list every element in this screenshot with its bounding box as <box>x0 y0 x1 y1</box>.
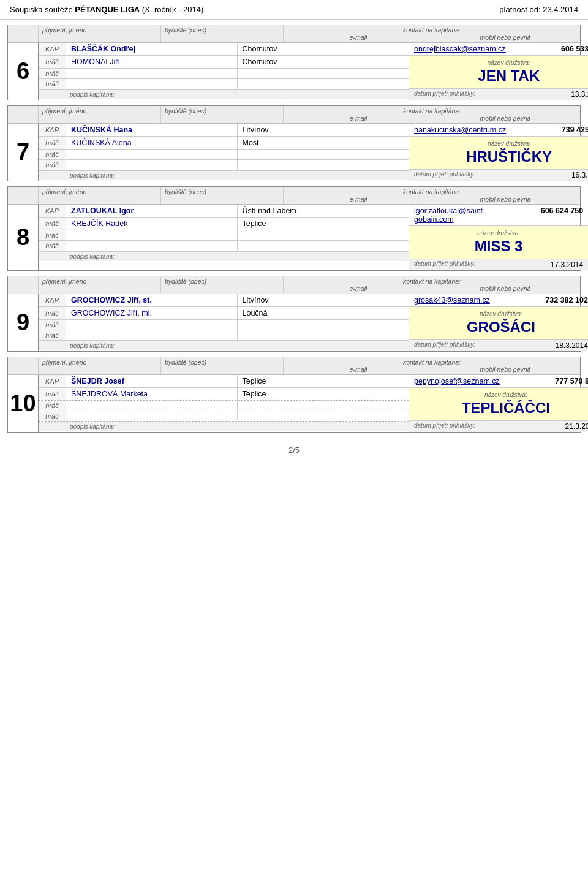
date-value-7: 16.3.2014 <box>509 171 588 180</box>
player-city-10-2 <box>238 411 409 421</box>
right-sig-row-10: datum přijetí přihlášky:21.3.2014 <box>409 420 588 432</box>
player-city-10-1 <box>238 401 409 411</box>
date-value-6: 13.3.2014 <box>509 90 588 99</box>
team-data-area-8: 8KAPZATLOUKAL IgorÚstí nad LabemhráčKREJ… <box>8 205 580 270</box>
right-sig-row-6: datum přijetí přihlášky:13.3.2014 <box>409 88 588 100</box>
validity-date: platnost od: 23.4.2014 <box>499 5 578 14</box>
player-name-8-2 <box>66 241 238 251</box>
team-info-col-6: ondrejblascak@seznam.cz606 533 826název … <box>409 43 580 100</box>
kap-name-6: BLAŠČÁK Ondřej <box>66 43 238 55</box>
col-header-city: bydliště (obec) <box>161 25 284 42</box>
player-city-6-2 <box>238 79 409 89</box>
sig-label-6: podpis kapitána: <box>66 90 409 99</box>
page-title: Soupiska soutěže PÉTANQUE LIGA (X. roční… <box>10 5 203 14</box>
player-row-10-1: hráč <box>39 401 409 411</box>
col-header-kontakt: kontakt na kapitána: e-mail mobil nebo p… <box>284 357 580 374</box>
player-role-6-1: hráč <box>39 69 66 78</box>
team-name-value-8: MISS 3 <box>475 238 523 255</box>
kap-city-9: Litvínov <box>238 294 409 306</box>
kap-phone-8: 606 624 750 <box>485 206 583 224</box>
col-header-kontakt: kontakt na kapitána: e-mail mobil nebo p… <box>284 25 580 42</box>
team-header-row-8: příjmení, jméno bydliště (obec) kontakt … <box>8 187 580 205</box>
col-header-city: bydliště (obec) <box>161 276 284 294</box>
col-header-city: bydliště (obec) <box>161 106 284 123</box>
kap-name-7: KUČINSKÁ Hana <box>66 124 238 136</box>
team-header-row-6: příjmení, jméno bydliště (obec) kontakt … <box>8 25 580 43</box>
kap-email-6: ondrejblascak@seznam.cz <box>414 45 506 53</box>
team-name-value-6: JEN TAK <box>478 67 540 85</box>
team-name-value-10: TEPLIČÁČCI <box>462 400 550 417</box>
player-city-10-0: Teplice <box>238 388 409 400</box>
team-right-area-7: KAPKUČINSKÁ HanaLitvínovhráčKUČINSKÁ Ale… <box>39 124 580 181</box>
col-header-city: bydliště (obec) <box>161 187 284 204</box>
team-header-row-9: příjmení, jméno bydliště (obec) kontakt … <box>8 276 580 294</box>
team-name-area-6: název družstva:JEN TAK <box>409 56 588 88</box>
sig-label-10: podpis kapitána: <box>66 422 409 431</box>
sig-row-10: podpis kapitána: <box>39 422 409 431</box>
kap-name-10: ŠNEJDR Josef <box>66 375 238 387</box>
team-block-6: příjmení, jméno bydliště (obec) kontakt … <box>7 25 581 100</box>
team-name-label-8: název družstva: <box>477 230 520 237</box>
team-name-area-7: název družstva:HRUŠTIČKY <box>409 137 588 169</box>
player-name-10-1 <box>66 401 238 411</box>
player-row-8-0: hráčKREJČÍK RadekTeplice <box>39 218 409 230</box>
sig-row-8: podpis kapitána: <box>39 251 409 261</box>
team-members-10: KAPŠNEJDR JosefTeplicehráčŠNEJDROVÁ Mark… <box>39 375 409 432</box>
sig-label-9: podpis kapitána: <box>66 341 409 350</box>
player-row-10-0: hráčŠNEJDROVÁ MarketaTeplice <box>39 388 409 401</box>
player-role-6-2: hráč <box>39 79 66 89</box>
team-right-area-10: KAPŠNEJDR JosefTeplicehráčŠNEJDROVÁ Mark… <box>39 375 580 432</box>
team-right-area-9: KAPGROCHOWICZ Jiří, st.LitvínovhráčGROCH… <box>39 294 580 351</box>
team-members-6: KAPBLAŠČÁK OndřejChomutovhráčHOMONAI Jiř… <box>39 43 409 100</box>
team-number-10: 10 <box>8 375 39 432</box>
player-role-8-1: hráč <box>39 230 66 240</box>
player-role-10-0: hráč <box>39 388 66 400</box>
team-members-8: KAPZATLOUKAL IgorÚstí nad LabemhráčKREJČ… <box>39 205 409 270</box>
player-name-10-2 <box>66 411 238 421</box>
player-city-8-1 <box>238 230 409 240</box>
col-header-name: příjmení, jméno <box>39 25 161 42</box>
player-row-7-0: hráčKUČINSKÁ AlenaMost <box>39 137 409 150</box>
player-row-9-2: hráč <box>39 330 409 341</box>
player-row-9-1: hráč <box>39 320 409 330</box>
col-header-name: příjmení, jméno <box>39 276 161 294</box>
player-city-8-2 <box>238 241 409 251</box>
sig-row-9: podpis kapitána: <box>39 341 409 350</box>
player-role-9-1: hráč <box>39 320 66 330</box>
player-row-7-1: hráč <box>39 150 409 160</box>
team-name-area-10: název družstva:TEPLIČÁČCI <box>409 388 588 420</box>
col-header-num <box>8 25 39 42</box>
player-row-8-2: hráč <box>39 241 409 251</box>
col-header-num <box>8 276 39 294</box>
player-city-7-1 <box>238 150 409 159</box>
kap-city-10: Teplice <box>238 375 409 387</box>
team-info-col-8: igor.zatloukal@saint-gobain.com606 624 7… <box>409 205 580 270</box>
team-name-label-9: název družstva: <box>480 311 522 317</box>
sig-row-7: podpis kapitána: <box>39 170 409 180</box>
email-phone-row-8: igor.zatloukal@saint-gobain.com606 624 7… <box>409 205 588 226</box>
kap-role-8: KAP <box>39 205 66 217</box>
col-header-num <box>8 357 39 374</box>
team-header-row-10: příjmení, jméno bydliště (obec) kontakt … <box>8 357 580 375</box>
player-city-8-0: Teplice <box>238 218 409 230</box>
page-footer: 2/5 <box>0 438 588 462</box>
teams-container: příjmení, jméno bydliště (obec) kontakt … <box>0 25 588 433</box>
player-role-10-2: hráč <box>39 411 66 421</box>
team-members-9: KAPGROCHOWICZ Jiří, st.LitvínovhráčGROCH… <box>39 294 409 351</box>
sig-label-7: podpis kapitána: <box>66 171 409 180</box>
player-name-7-2 <box>66 160 238 170</box>
kap-role-10: KAP <box>39 375 66 387</box>
team-data-area-6: 6KAPBLAŠČÁK OndřejChomutovhráčHOMONAI Ji… <box>8 43 580 100</box>
right-sig-row-9: datum přijetí přihlášky:18.3.2014 <box>409 339 588 351</box>
team-number-9: 9 <box>8 294 39 351</box>
kap-phone-10: 777 570 859 <box>500 377 588 385</box>
col-header-kontakt: kontakt na kapitána: e-mail mobil nebo p… <box>284 106 580 123</box>
player-role-9-2: hráč <box>39 330 66 340</box>
right-sig-row-7: datum přijetí přihlášky:16.3.2014 <box>409 169 588 181</box>
player-role-7-0: hráč <box>39 137 66 149</box>
page-header: Soupiska soutěže PÉTANQUE LIGA (X. roční… <box>0 0 588 20</box>
player-city-7-0: Most <box>238 137 409 149</box>
email-phone-row-9: grosak43@seznam.cz732 382 102 <box>409 294 588 307</box>
player-role-7-1: hráč <box>39 150 66 159</box>
player-row-6-1: hráč <box>39 69 409 79</box>
